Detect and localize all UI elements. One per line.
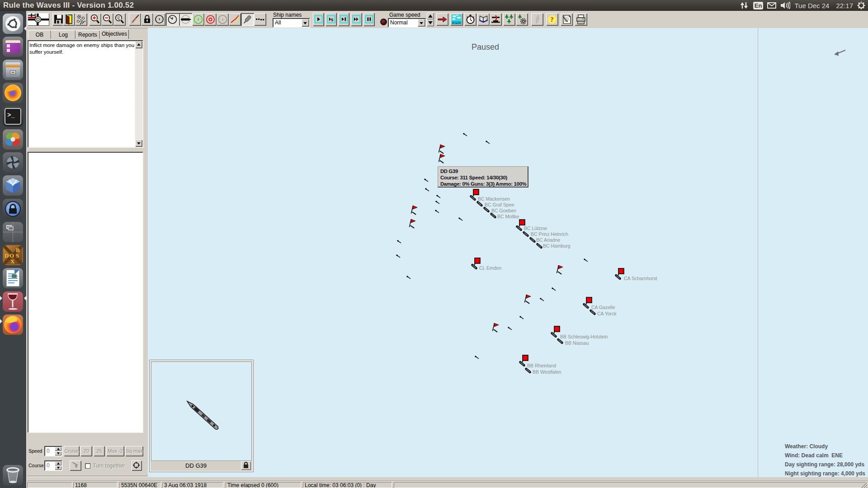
svg-text:?: ?	[551, 16, 554, 23]
svg-text:D: D	[5, 252, 9, 259]
svg-text:X: X	[10, 258, 15, 264]
svg-text:5: 5	[331, 17, 334, 22]
svg-text:S: S	[16, 252, 19, 259]
